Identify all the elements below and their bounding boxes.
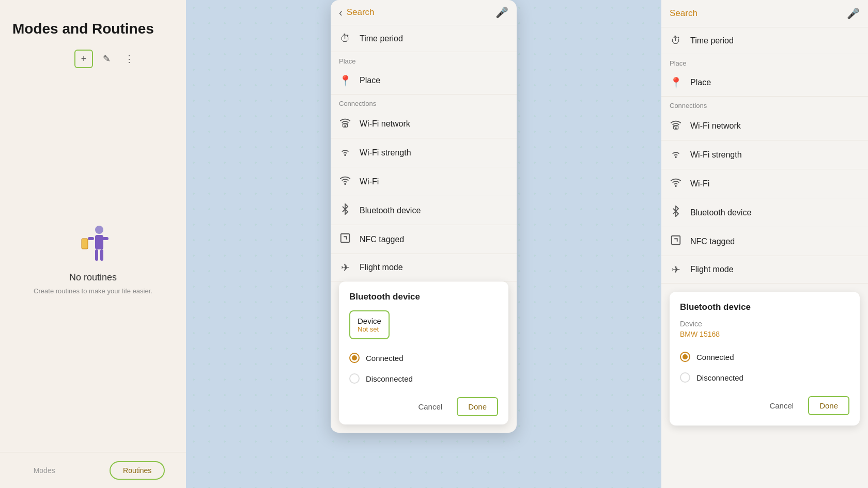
list-item-bluetooth[interactable]: Bluetooth device <box>331 196 517 225</box>
right-panel: Search 🎤 ⏱ Time period Place 📍 Place Con… <box>661 0 868 488</box>
svg-rect-6 <box>82 239 88 249</box>
right-bt-dialog-title: Bluetooth device <box>680 302 849 312</box>
right-done-button[interactable]: Done <box>808 396 849 415</box>
list-item-wifi-strength[interactable]: Wi-Fi strength <box>331 138 517 167</box>
right-list-item-time-period[interactable]: ⏱ Time period <box>661 27 868 54</box>
middle-phone-card: ‹ Search 🎤 ⏱ Time period Place 📍 Place C… <box>331 0 517 433</box>
middle-disconnected-row[interactable]: Disconnected <box>349 368 498 389</box>
mic-icon[interactable]: 🎤 <box>495 6 508 19</box>
right-connected-radio-inner <box>683 354 688 359</box>
right-list-item-place[interactable]: 📍 Place <box>661 69 868 97</box>
middle-panel: ‹ Search 🎤 ⏱ Time period Place 📍 Place C… <box>186 0 661 488</box>
list-item-wifi[interactable]: Wi-Fi <box>331 167 517 196</box>
nav-routines[interactable]: Routines <box>110 461 165 480</box>
edit-button[interactable]: ✎ <box>97 50 116 68</box>
flight-label: Flight mode <box>360 263 403 272</box>
wifi-strength-icon <box>339 146 351 160</box>
middle-device-box[interactable]: Device Not set <box>349 310 390 339</box>
list-item-flight[interactable]: ✈ Flight mode <box>331 254 517 281</box>
bluetooth-label: Bluetooth device <box>360 206 421 215</box>
right-place-label: Place <box>690 78 711 87</box>
clock-icon: ⏱ <box>339 33 351 44</box>
middle-bt-dialog: Bluetooth device Device Not set Connecte… <box>339 281 508 424</box>
middle-disconnected-label: Disconnected <box>366 374 413 383</box>
empty-illustration <box>72 221 114 272</box>
right-search-bar: Search 🎤 <box>661 0 868 27</box>
nav-modes[interactable]: Modes <box>21 462 68 479</box>
right-section-place-label: Place <box>661 54 868 69</box>
middle-dialog-actions: Cancel Done <box>349 397 498 416</box>
right-wifi-strength-label: Wi-Fi strength <box>690 150 742 160</box>
svg-rect-3 <box>102 237 109 240</box>
middle-connected-radio-inner <box>352 355 357 360</box>
list-item-place[interactable]: 📍 Place <box>331 67 517 95</box>
svg-rect-4 <box>95 249 98 261</box>
right-list-item-wifi-strength[interactable]: Wi-Fi strength <box>661 140 868 169</box>
svg-point-12 <box>675 128 676 129</box>
right-connected-row[interactable]: Connected <box>680 347 849 367</box>
right-cancel-button[interactable]: Cancel <box>763 396 800 415</box>
right-mic-icon[interactable]: 🎤 <box>847 7 860 20</box>
middle-search-bar: ‹ Search 🎤 <box>331 0 517 25</box>
more-button[interactable]: ⋮ <box>120 50 138 68</box>
right-nfc-label: NFC tagged <box>690 237 735 246</box>
svg-point-14 <box>675 156 676 158</box>
middle-bt-dialog-title: Bluetooth device <box>349 292 498 302</box>
middle-connected-label: Connected <box>366 354 404 363</box>
right-list-item-wifi-network[interactable]: Wi-Fi network <box>661 112 868 140</box>
right-time-period-label: Time period <box>690 36 734 45</box>
right-wifi-strength-icon <box>670 148 682 162</box>
nav-routines-label: Routines <box>123 466 151 475</box>
bottom-nav: Modes Routines <box>0 452 186 488</box>
time-period-label: Time period <box>360 34 403 43</box>
svg-rect-1 <box>95 235 103 249</box>
middle-done-button[interactable]: Done <box>457 397 498 416</box>
svg-rect-5 <box>100 249 103 261</box>
wifi-network-icon <box>339 117 351 131</box>
page-title: Modes and Routines <box>12 21 174 37</box>
list-item-nfc[interactable]: NFC tagged <box>331 225 517 254</box>
middle-disconnected-radio[interactable] <box>349 373 360 384</box>
right-connected-radio[interactable] <box>680 352 690 362</box>
empty-state: No routines Create routines to make your… <box>12 68 174 488</box>
wifi-network-label: Wi-Fi network <box>360 119 410 129</box>
middle-device-value: Not set <box>358 325 381 333</box>
svg-rect-11 <box>341 234 350 243</box>
nfc-label: NFC tagged <box>360 235 404 244</box>
back-icon[interactable]: ‹ <box>339 7 343 19</box>
empty-subtitle: Create routines to make your life easier… <box>34 287 152 295</box>
right-disconnected-row[interactable]: Disconnected <box>680 367 849 388</box>
right-dialog-actions: Cancel Done <box>680 396 849 415</box>
list-item-time-period[interactable]: ⏱ Time period <box>331 25 517 52</box>
left-panel: Modes and Routines + ✎ ⋮ No routines Cre… <box>0 0 186 488</box>
right-device-label: Device <box>680 320 849 328</box>
svg-rect-2 <box>88 237 94 240</box>
right-flight-label: Flight mode <box>690 265 734 274</box>
right-list-item-nfc[interactable]: NFC tagged <box>661 227 868 256</box>
right-list-item-bluetooth[interactable]: Bluetooth device <box>661 198 868 227</box>
right-wifi-network-icon <box>670 119 682 133</box>
middle-search-text[interactable]: Search <box>343 7 495 18</box>
right-wifi-network-label: Wi-Fi network <box>690 121 741 131</box>
right-list-item-wifi[interactable]: Wi-Fi <box>661 169 868 198</box>
right-list-item-flight[interactable]: ✈ Flight mode <box>661 256 868 284</box>
place-icon: 📍 <box>339 74 351 87</box>
svg-point-0 <box>95 226 103 234</box>
middle-cancel-button[interactable]: Cancel <box>412 397 448 416</box>
right-disconnected-label: Disconnected <box>696 373 743 382</box>
flight-icon: ✈ <box>339 261 351 274</box>
svg-rect-16 <box>672 236 680 245</box>
nav-modes-label: Modes <box>34 466 55 475</box>
list-item-wifi-network[interactable]: Wi-Fi network <box>331 109 517 138</box>
middle-connected-row[interactable]: Connected <box>349 348 498 368</box>
right-disconnected-radio[interactable] <box>680 372 690 383</box>
middle-connected-radio[interactable] <box>349 353 360 363</box>
right-bluetooth-label: Bluetooth device <box>690 208 751 217</box>
add-button[interactable]: + <box>74 50 93 68</box>
right-search-text[interactable]: Search <box>670 8 847 19</box>
middle-device-label: Device <box>358 317 381 325</box>
svg-point-10 <box>345 183 346 184</box>
place-label: Place <box>360 76 380 85</box>
right-panel-inner: Search 🎤 ⏱ Time period Place 📍 Place Con… <box>661 0 868 488</box>
svg-point-9 <box>345 154 346 155</box>
